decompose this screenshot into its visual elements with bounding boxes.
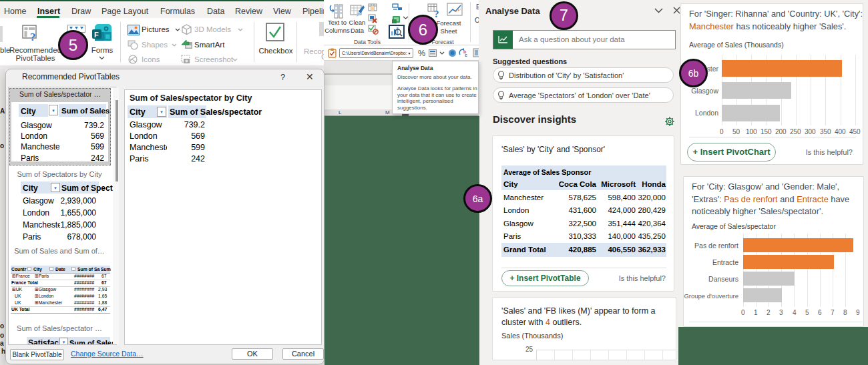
svg-text:c: c	[465, 53, 467, 57]
svg-text:?: ?	[30, 31, 36, 43]
svg-text:?: ?	[434, 9, 439, 18]
svg-text:F: F	[94, 31, 99, 39]
